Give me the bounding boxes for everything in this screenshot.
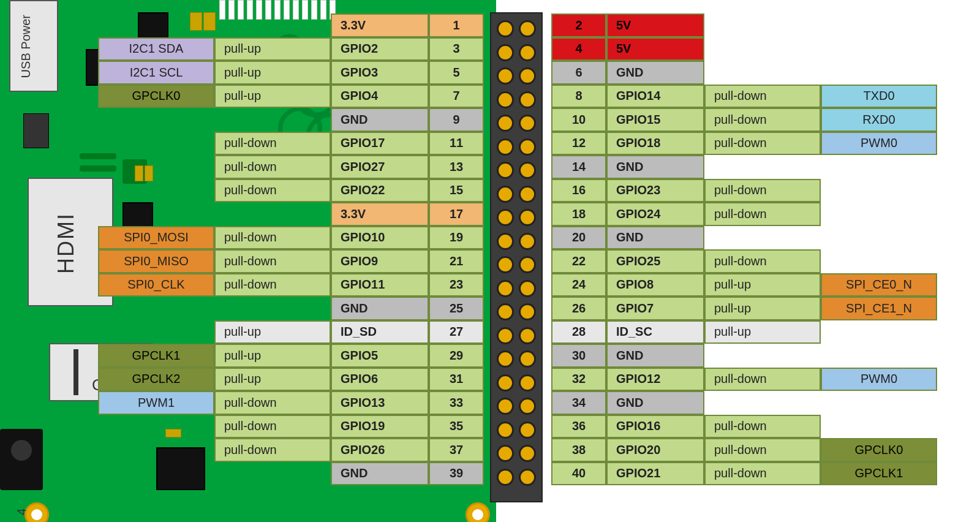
pin-name: GPIO12	[606, 368, 704, 392]
pin-row: 9GND	[98, 108, 484, 132]
header-pin	[519, 445, 536, 462]
header-row	[491, 347, 541, 371]
pin-name: 3.3V	[331, 13, 429, 37]
pin-alt-function: GPCLK2	[98, 368, 214, 392]
header-row	[491, 159, 541, 182]
pin-name: GPIO3	[331, 61, 429, 85]
header-pin	[497, 20, 514, 37]
header-row	[491, 135, 541, 159]
pin-number: 15	[429, 179, 484, 203]
pin-row: 33GPIO13pull-downPWM1	[98, 391, 484, 415]
header-pin	[497, 256, 514, 273]
pin-alt-function: RXD0	[821, 108, 937, 132]
pin-number: 7	[429, 85, 484, 108]
header-pin	[519, 115, 536, 132]
header-pin	[519, 209, 536, 226]
header-row	[491, 112, 541, 135]
pin-row: 31GPIO6pull-upGPCLK2	[98, 368, 484, 392]
pin-number: 1	[429, 13, 484, 37]
pin-number: 24	[551, 273, 606, 297]
pin-row: 7GPIO4pull-upGPCLK0	[98, 85, 484, 108]
pin-row: 45V	[551, 37, 937, 61]
pin-alt-function: SPI0_MOSI	[98, 226, 214, 250]
header-pin	[519, 186, 536, 203]
pin-pull: pull-up	[214, 85, 331, 108]
pin-number: 31	[429, 368, 484, 392]
header-pin	[497, 303, 514, 320]
pin-name: GPIO8	[606, 273, 704, 297]
header-pin	[497, 67, 514, 85]
pin-name: GND	[331, 462, 429, 486]
pin-row: 19GPIO10pull-downSPI0_MOSI	[98, 226, 484, 250]
pin-pull: pull-down	[704, 85, 821, 108]
pin-name: GPIO9	[331, 249, 429, 273]
gpio-header	[490, 12, 543, 502]
pin-number: 16	[551, 179, 606, 203]
pin-name: GND	[606, 344, 704, 368]
pin-pull: pull-down	[704, 108, 821, 132]
pin-alt-function: GPCLK1	[821, 462, 937, 486]
header-row	[491, 300, 541, 323]
header-pin	[519, 162, 536, 179]
pin-pull: pull-down	[704, 132, 821, 156]
header-pin	[497, 115, 514, 132]
pin-name: GND	[606, 391, 704, 415]
pin-alt-function: PWM0	[821, 132, 937, 156]
header-pin	[519, 233, 536, 250]
pin-number: 5	[429, 61, 484, 85]
pin-row: 13.3V	[98, 13, 484, 37]
header-row	[491, 395, 541, 418]
header-pin	[519, 350, 536, 368]
pin-pull: pull-down	[704, 438, 821, 462]
pin-number: 23	[429, 273, 484, 297]
pin-number: 32	[551, 368, 606, 392]
pin-row: 36GPIO16pull-down	[551, 415, 937, 439]
header-row	[491, 418, 541, 442]
pin-pull: pull-down	[704, 179, 821, 203]
pin-row: 35GPIO19pull-down	[98, 415, 484, 439]
header-pin	[497, 138, 514, 156]
header-pin	[519, 138, 536, 156]
header-row	[491, 371, 541, 395]
pin-row: 32GPIO12pull-downPWM0	[551, 368, 937, 392]
pin-alt-function: PWM1	[98, 391, 214, 415]
header-pin	[519, 280, 536, 297]
pin-row: 30GND	[551, 344, 937, 368]
header-pin	[519, 374, 536, 392]
pin-row: 22GPIO25pull-down	[551, 249, 937, 273]
hdmi-label: HDMI	[53, 213, 79, 274]
pin-number: 9	[429, 108, 484, 132]
pin-alt-function: GPCLK0	[98, 85, 214, 108]
pin-pull: pull-up	[214, 61, 331, 85]
pin-pull: pull-up	[704, 297, 821, 320]
pin-row: 38GPIO20pull-downGPCLK0	[551, 438, 937, 462]
pin-number: 8	[551, 85, 606, 108]
pin-row: 10GPIO15pull-downRXD0	[551, 108, 937, 132]
pin-alt-function: I2C1 SCL	[98, 61, 214, 85]
pin-pull: pull-down	[214, 249, 331, 273]
header-row	[491, 64, 541, 88]
header-row	[491, 442, 541, 465]
header-pin	[519, 256, 536, 273]
pin-name: GPIO15	[606, 108, 704, 132]
pin-pull: pull-down	[214, 273, 331, 297]
pin-name: GPIO2	[331, 37, 429, 61]
pin-number: 37	[429, 438, 484, 462]
header-pin	[519, 91, 536, 108]
pin-number: 22	[551, 249, 606, 273]
pin-name: GPIO20	[606, 438, 704, 462]
pin-name: 5V	[606, 13, 704, 37]
pin-pull: pull-down	[214, 391, 331, 415]
pin-pull: pull-down	[704, 368, 821, 392]
pin-pull: pull-down	[214, 132, 331, 156]
pin-row: 12GPIO18pull-downPWM0	[551, 132, 937, 156]
pin-number: 27	[429, 320, 484, 344]
pin-pull: pull-up	[214, 320, 331, 344]
pin-row: 14GND	[551, 155, 937, 179]
pin-pull: pull-down	[704, 462, 821, 486]
pin-row: 21GPIO9pull-downSPI0_MISO	[98, 249, 484, 273]
pin-pull: pull-down	[704, 249, 821, 273]
pin-alt-function: SPI0_CLK	[98, 273, 214, 297]
header-pin	[519, 20, 536, 37]
header-pin	[497, 374, 514, 392]
